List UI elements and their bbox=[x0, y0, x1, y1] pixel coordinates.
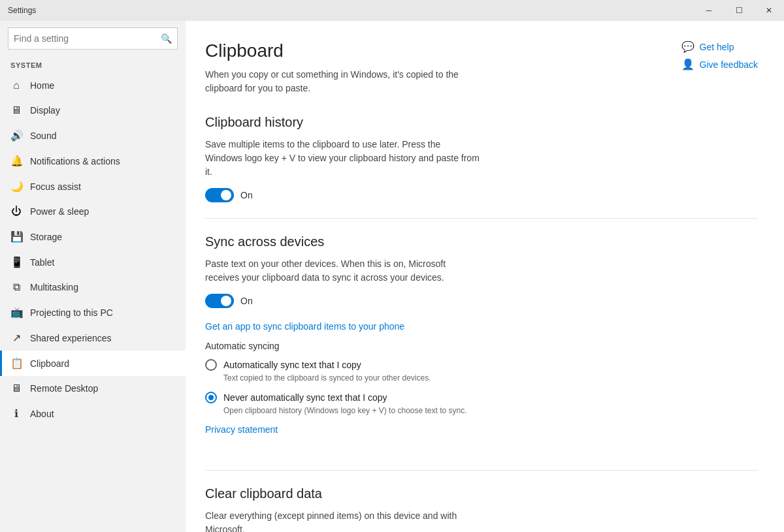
remote-icon: 🖥 bbox=[10, 383, 22, 394]
radio-label-never-sync: Never automatically sync text that I cop… bbox=[223, 392, 387, 403]
sidebar-item-clipboard[interactable]: 📋Clipboard bbox=[0, 351, 186, 376]
sidebar-item-home[interactable]: ⌂Home bbox=[0, 73, 186, 98]
app-body: 🔍 System ⌂Home🖥Display🔊Sound🔔Notificatio… bbox=[0, 21, 784, 532]
sidebar-label-about: About bbox=[30, 409, 54, 419]
get-help-icon: 💬 bbox=[681, 40, 694, 53]
sidebar-item-multitasking[interactable]: ⧉Multitasking bbox=[0, 275, 186, 300]
power-icon: ⏻ bbox=[10, 206, 22, 217]
close-button[interactable]: ✕ bbox=[754, 0, 784, 21]
give-feedback-label: Give feedback bbox=[700, 59, 759, 70]
radio-options: Automatically sync text that I copyText … bbox=[205, 359, 758, 415]
title-bar: Settings ─ ☐ ✕ bbox=[0, 0, 784, 21]
app-title: Settings bbox=[8, 6, 36, 15]
sidebar-label-storage: Storage bbox=[30, 232, 62, 242]
get-help-label: Get help bbox=[700, 42, 734, 52]
clipboard-history-toggle-label: On bbox=[240, 190, 253, 200]
radio-desc-auto-sync: Text copied to the clipboard is synced t… bbox=[223, 373, 758, 383]
sidebar-label-display: Display bbox=[30, 105, 60, 116]
sidebar-label-focus: Focus assist bbox=[30, 181, 81, 192]
shared-icon: ↗ bbox=[10, 332, 22, 344]
sidebar-label-clipboard: Clipboard bbox=[30, 358, 69, 369]
sidebar-label-power: Power & sleep bbox=[30, 206, 89, 217]
sidebar-label-tablet: Tablet bbox=[30, 257, 54, 268]
sidebar: 🔍 System ⌂Home🖥Display🔊Sound🔔Notificatio… bbox=[0, 21, 186, 532]
page-subtitle: When you copy or cut something in Window… bbox=[205, 68, 466, 95]
search-icon: 🔍 bbox=[161, 33, 172, 44]
clipboard-history-title: Clipboard history bbox=[205, 115, 758, 130]
sidebar-item-focus[interactable]: 🌙Focus assist bbox=[0, 174, 186, 199]
sidebar-item-storage[interactable]: 💾Storage bbox=[0, 224, 186, 249]
page-title: Clipboard bbox=[205, 40, 758, 61]
window-controls: ─ ☐ ✕ bbox=[694, 0, 784, 21]
sidebar-label-shared: Shared experiences bbox=[30, 333, 112, 343]
sidebar-label-remote: Remote Desktop bbox=[30, 383, 98, 394]
sidebar-item-about[interactable]: ℹAbout bbox=[0, 401, 186, 426]
main-content: 💬 Get help 👤 Give feedback Clipboard Whe… bbox=[186, 21, 784, 532]
get-help-link[interactable]: 💬 Get help bbox=[681, 40, 759, 53]
get-app-link[interactable]: Get an app to sync clipboard items to yo… bbox=[205, 321, 404, 332]
radio-item-auto-sync: Automatically sync text that I copyText … bbox=[205, 359, 758, 383]
search-box[interactable]: 🔍 bbox=[8, 27, 178, 50]
clipboard-history-toggle[interactable] bbox=[205, 188, 234, 202]
radio-item-never-sync: Never automatically sync text that I cop… bbox=[205, 392, 758, 415]
clipboard-history-desc: Save multiple items to the clipboard to … bbox=[205, 138, 480, 179]
sidebar-label-multitasking: Multitasking bbox=[30, 282, 78, 292]
section-divider-1 bbox=[205, 218, 758, 219]
sidebar-item-tablet[interactable]: 📱Tablet bbox=[0, 249, 186, 275]
search-input[interactable] bbox=[14, 33, 161, 44]
clipboard-icon: 📋 bbox=[10, 357, 22, 369]
clear-section-desc: Clear everything (except pinned items) o… bbox=[205, 509, 480, 532]
sidebar-item-shared[interactable]: ↗Shared experiences bbox=[0, 325, 186, 351]
tablet-icon: 📱 bbox=[10, 256, 22, 268]
sidebar-item-display[interactable]: 🖥Display bbox=[0, 98, 186, 123]
sidebar-label-home: Home bbox=[30, 80, 54, 91]
radio-label-auto-sync: Automatically sync text that I copy bbox=[223, 360, 361, 370]
give-feedback-icon: 👤 bbox=[681, 58, 694, 70]
sync-toggle-label: On bbox=[240, 296, 253, 306]
projecting-icon: 📺 bbox=[10, 306, 22, 319]
home-icon: ⌂ bbox=[10, 80, 22, 91]
display-icon: 🖥 bbox=[10, 104, 22, 116]
radio-circle-never-sync[interactable] bbox=[205, 392, 217, 403]
sound-icon: 🔊 bbox=[10, 129, 22, 142]
sidebar-label-projecting: Projecting to this PC bbox=[30, 307, 113, 318]
sidebar-item-notifications[interactable]: 🔔Notifications & actions bbox=[0, 148, 186, 174]
sidebar-section-label: System bbox=[0, 59, 186, 73]
sync-toggle[interactable] bbox=[205, 294, 234, 308]
automatic-syncing-label: Automatic syncing bbox=[205, 341, 758, 351]
privacy-statement-link[interactable]: Privacy statement bbox=[205, 424, 278, 435]
notifications-icon: 🔔 bbox=[10, 155, 22, 167]
sidebar-item-remote[interactable]: 🖥Remote Desktop bbox=[0, 376, 186, 401]
sidebar-nav: ⌂Home🖥Display🔊Sound🔔Notifications & acti… bbox=[0, 73, 186, 426]
sync-section-desc: Paste text on your other devices. When t… bbox=[205, 257, 480, 285]
focus-icon: 🌙 bbox=[10, 180, 22, 193]
sidebar-item-power[interactable]: ⏻Power & sleep bbox=[0, 199, 186, 224]
storage-icon: 💾 bbox=[10, 230, 22, 243]
give-feedback-link[interactable]: 👤 Give feedback bbox=[681, 58, 759, 70]
sync-section-title: Sync across devices bbox=[205, 234, 758, 249]
radio-desc-never-sync: Open clipboard history (Windows logo key… bbox=[223, 406, 758, 415]
sidebar-item-projecting[interactable]: 📺Projecting to this PC bbox=[0, 300, 186, 325]
sidebar-label-notifications: Notifications & actions bbox=[30, 156, 120, 166]
help-links: 💬 Get help 👤 Give feedback bbox=[681, 40, 759, 70]
clear-section-title: Clear clipboard data bbox=[205, 486, 758, 501]
section-divider-2 bbox=[205, 470, 758, 471]
radio-circle-auto-sync[interactable] bbox=[205, 359, 217, 371]
clipboard-history-toggle-row: On bbox=[205, 188, 758, 202]
sync-toggle-row: On bbox=[205, 294, 758, 308]
about-icon: ℹ bbox=[10, 407, 22, 420]
maximize-button[interactable]: ☐ bbox=[724, 0, 754, 21]
multitasking-icon: ⧉ bbox=[10, 281, 22, 293]
sidebar-item-sound[interactable]: 🔊Sound bbox=[0, 123, 186, 148]
minimize-button[interactable]: ─ bbox=[694, 0, 724, 21]
sidebar-label-sound: Sound bbox=[30, 131, 56, 141]
